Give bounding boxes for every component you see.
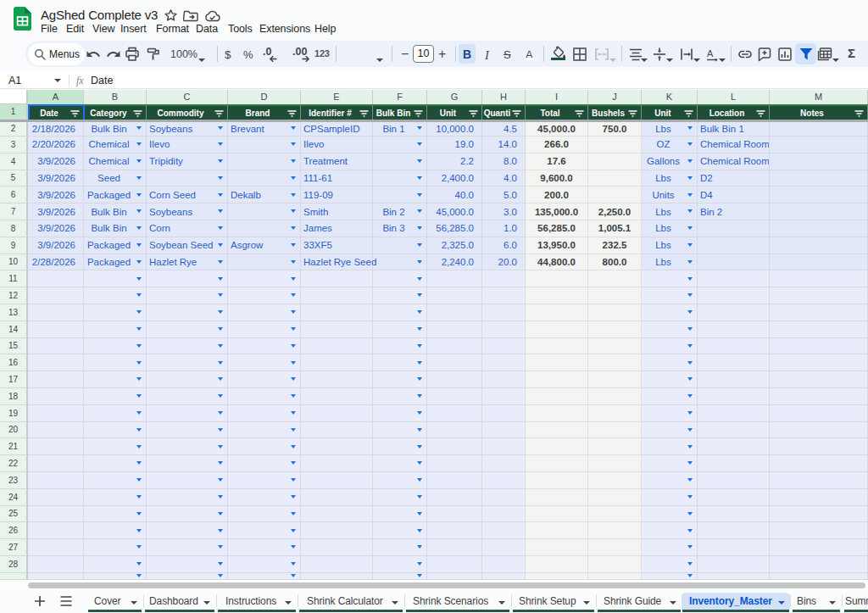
svg-text:.0: .0 [263,46,271,58]
svg-text:.00: .00 [292,46,307,58]
svg-text:A: A [707,48,714,59]
